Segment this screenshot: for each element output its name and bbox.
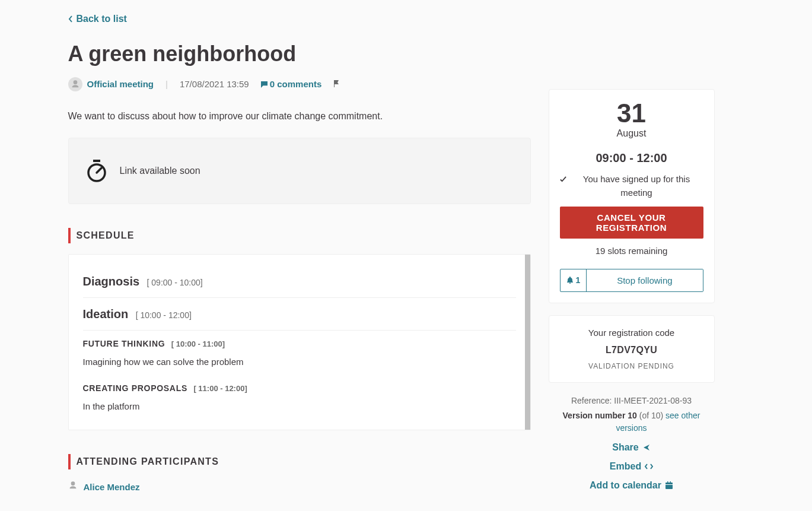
schedule-item-title: Diagnosis — [83, 272, 140, 290]
registration-code-card: Your registration code L7DV7QYU VALIDATI… — [549, 315, 715, 383]
date-month: August — [560, 126, 703, 141]
schedule-sub-time: [ 10:00 - 11:00] — [171, 339, 225, 348]
comment-icon — [261, 81, 268, 88]
signed-up-text: You have signed up for this meeting — [560, 173, 703, 199]
stop-following-button[interactable]: Stop following — [587, 269, 702, 291]
share-link[interactable]: Share — [612, 440, 650, 455]
date-card: 31 August 09:00 - 12:00 You have signed … — [549, 89, 715, 303]
schedule-sub-time: [ 11:00 - 12:00] — [193, 384, 247, 393]
meta-date: 17/08/2021 13:59 — [180, 78, 249, 91]
share-icon — [642, 443, 651, 452]
schedule-sub-title: FUTURE THINKING — [83, 338, 165, 350]
schedule-sub-title: CREATING PROPOSALS — [83, 382, 187, 395]
schedule-scrollbar[interactable] — [525, 255, 530, 430]
description: We want to discuss about how to improve … — [68, 109, 531, 123]
page-title: A green neighborhood — [68, 38, 531, 70]
reg-code-label: Your registration code — [560, 326, 703, 340]
schedule-heading: SCHEDULE — [68, 228, 531, 243]
author-avatar — [68, 77, 82, 91]
schedule-item-title: Ideation — [83, 305, 129, 323]
version-number: Version number 10 — [563, 411, 637, 420]
timer-icon — [87, 160, 107, 182]
schedule-sub-desc: Imagining how we can solve the problem — [83, 356, 516, 369]
bell-icon — [566, 277, 574, 284]
add-to-calendar-link[interactable]: Add to calendar — [590, 478, 673, 493]
back-link-label: Back to list — [77, 12, 127, 26]
svg-rect-0 — [93, 160, 100, 162]
flag-button[interactable] — [333, 78, 340, 91]
back-to-list-link[interactable]: Back to list — [68, 12, 127, 26]
participant-avatar — [68, 480, 78, 494]
author-link[interactable]: Official meeting — [87, 78, 154, 91]
embed-link[interactable]: Embed — [610, 459, 653, 474]
flag-icon — [333, 80, 340, 87]
svg-rect-3 — [665, 484, 673, 485]
reg-status: VALIDATION PENDING — [560, 361, 703, 372]
svg-rect-2 — [665, 483, 673, 489]
follower-count: 1 — [561, 269, 587, 291]
comments-link[interactable]: 0 comments — [261, 78, 322, 91]
date-day: 31 — [560, 100, 703, 126]
chevron-left-icon — [68, 15, 73, 23]
reference-value: III-MEET-2021-08-93 — [614, 396, 692, 405]
svg-rect-4 — [667, 481, 668, 483]
date-time: 09:00 - 12:00 — [560, 149, 703, 167]
check-icon — [560, 176, 566, 183]
participant-row: Alice Mendez — [68, 480, 531, 494]
schedule-item-time: [ 10:00 - 12:00] — [136, 310, 192, 320]
link-box-text: Link available soon — [120, 164, 200, 178]
participant-link[interactable]: Alice Mendez — [84, 481, 140, 494]
schedule-card: Diagnosis [ 09:00 - 10:00] Ideation [ 10… — [68, 254, 531, 430]
slots-remaining: 19 slots remaining — [560, 245, 703, 258]
cancel-registration-button[interactable]: CANCEL YOUR REGISTRATION — [560, 207, 703, 239]
calendar-icon — [665, 481, 673, 490]
svg-rect-5 — [670, 481, 671, 483]
code-icon — [645, 462, 653, 471]
reg-code: L7DV7QYU — [560, 343, 703, 357]
participants-heading: ATTENDING PARTICIPANTS — [68, 454, 531, 469]
schedule-sub-desc: In the platform — [83, 400, 516, 414]
link-available-box: Link available soon — [68, 138, 531, 204]
meta-line: Official meeting | 17/08/2021 13:59 0 co… — [68, 77, 531, 91]
reference-block: Reference: III-MEET-2021-08-93 Version n… — [549, 395, 715, 434]
schedule-item-time: [ 09:00 - 10:00] — [147, 278, 203, 287]
